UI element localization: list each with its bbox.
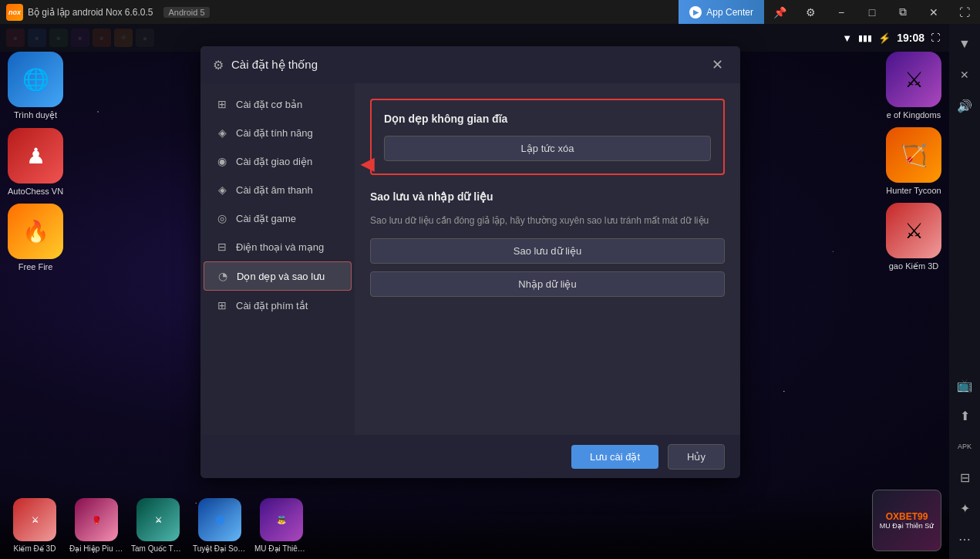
app-sword-label: gao Kiếm 3D xyxy=(889,261,938,271)
bottom-app-4[interactable]: 🌀 Tuyệt Đại Song Tu xyxy=(193,498,247,553)
nav-interface-icon: ◉ xyxy=(216,155,228,167)
bottom-app-5[interactable]: 👼 MU Đại Thiên Sứ H5 xyxy=(254,498,308,553)
sidebar-icon-apk[interactable]: APK xyxy=(951,433,978,460)
app-chess[interactable]: ♟ AutoChess VN xyxy=(8,128,63,196)
close-button[interactable]: ✕ xyxy=(918,0,949,24)
nav-feature-label: Cài đặt tính năng xyxy=(236,127,313,139)
android-badge: Android 5 xyxy=(163,7,209,18)
import-btn[interactable]: Nhập dữ liệu xyxy=(370,271,725,297)
bottom-app-icon-4: 🌀 xyxy=(198,498,241,541)
backup-desc: Sao lưu dữ liệu cần đóng giả lập, hãy th… xyxy=(370,214,725,227)
fullscreen-icon: ⛶ xyxy=(931,32,940,43)
bottom-app-label-2: Đại Hiệp Piu Piu Piu xyxy=(69,544,123,553)
sidebar-icon-wifi[interactable]: ▼ xyxy=(951,30,978,58)
nav-shortcut-icon: ⊞ xyxy=(216,299,228,311)
titlebar: nox Bộ giả lập android Nox 6.6.0.5 Andro… xyxy=(0,0,980,24)
app-kingdoms-label: e of Kingdoms xyxy=(887,110,941,120)
app-hunter[interactable]: 🏹 Hunter Tycoon xyxy=(886,127,941,195)
dialog-nav: ⊞ Cài đặt cơ bản ◈ Cài đặt tính năng ◉ C… xyxy=(200,83,355,435)
save-button[interactable]: Lưu cài đặt xyxy=(571,445,658,469)
sidebar-icon-close[interactable]: ✕ xyxy=(951,61,978,89)
sidebar-icon-volume[interactable]: 🔊 xyxy=(951,92,978,120)
cancel-button[interactable]: Hủy xyxy=(668,444,725,470)
float-banner[interactable]: OXBET99 MU Đại Thiên Sứ xyxy=(872,490,941,551)
sidebar-icon-more[interactable]: ⋯ xyxy=(951,525,978,553)
dialog-close-button[interactable]: ✕ xyxy=(706,54,728,76)
backup-title: Sao lưu và nhập dữ liệu xyxy=(370,190,725,203)
app-freefire[interactable]: 🔥 Free Fire xyxy=(8,204,63,271)
settings-icon: ⚙ xyxy=(213,58,224,72)
maximize-button[interactable]: □ xyxy=(857,0,887,24)
backup-btn[interactable]: Sao lưu dữ liệu xyxy=(370,238,725,264)
bottom-app-label-4: Tuyệt Đại Song Tu xyxy=(193,544,247,553)
nav-phone-icon: ⊟ xyxy=(216,241,228,253)
nav-game-label: Cài đặt game xyxy=(236,213,296,224)
clock: 19:08 xyxy=(897,32,924,44)
app-freefire-icon: 🔥 xyxy=(8,204,63,259)
bottom-app-1[interactable]: ⚔ Kiếm Đế 3D xyxy=(8,498,62,553)
appcenter-button[interactable]: ▶ App Center xyxy=(679,0,764,24)
app-sword-icon: ⚔ xyxy=(886,203,941,258)
app-chess-label: AutoChess VN xyxy=(8,187,63,196)
settings-dialog: ⚙ Cài đặt hệ thống ✕ ⊞ Cài đặt cơ bản ◈ … xyxy=(200,46,740,478)
app-freefire-label: Free Fire xyxy=(19,262,53,271)
nav-item-cleanup[interactable]: ◔ Dọn dẹp và sao lưu xyxy=(204,261,352,291)
nav-item-feature[interactable]: ◈ Cài đặt tính năng xyxy=(204,119,352,146)
sidebar-icon-screen[interactable]: 📺 xyxy=(951,371,978,399)
bottom-app-label-5: MU Đại Thiên Sứ H5 xyxy=(254,544,308,553)
appcenter-icon: ▶ xyxy=(689,6,702,19)
nav-item-audio[interactable]: ◈ Cài đặt âm thanh xyxy=(204,176,352,204)
bottom-app-3[interactable]: ⚔ Tam Quốc Tốc Chiến xyxy=(131,498,185,553)
backup-section: Sao lưu và nhập dữ liệu Sao lưu dữ liệu … xyxy=(370,190,725,297)
right-apps-container: ⚔ e of Kingdoms 🏹 Hunter Tycoon ⚔ gao Ki… xyxy=(886,52,941,271)
nav-item-game[interactable]: ◎ Cài đặt game xyxy=(204,204,352,232)
bottom-app-label-3: Tam Quốc Tốc Chiến xyxy=(131,544,185,553)
app-hunter-label: Hunter Tycoon xyxy=(886,186,941,195)
fullscreen-button[interactable]: ⛶ xyxy=(949,0,980,24)
app-kingdoms-icon: ⚔ xyxy=(886,52,941,107)
sidebar-icon-crosshair[interactable]: ✦ xyxy=(951,494,978,522)
restore-button[interactable]: ⧉ xyxy=(887,0,918,24)
bottom-app-label-1: Kiếm Đế 3D xyxy=(14,544,56,553)
app-title: Bộ giả lập android Nox 6.6.0.5 xyxy=(28,7,153,18)
nav-shortcut-label: Cài đặt phím tắt xyxy=(236,300,308,311)
bottom-app-2[interactable]: 🥊 Đại Hiệp Piu Piu Piu xyxy=(69,498,123,553)
pin-button[interactable]: 📌 xyxy=(764,0,795,24)
minimize-button[interactable]: − xyxy=(826,0,857,24)
app-sword[interactable]: ⚔ gao Kiếm 3D xyxy=(886,203,941,271)
wifi-icon: ▼ xyxy=(842,32,852,44)
nav-feature-icon: ◈ xyxy=(216,126,228,139)
settings-button[interactable]: ⚙ xyxy=(795,0,826,24)
nav-cleanup-icon: ◔ xyxy=(217,270,229,282)
sidebar-icon-upload[interactable]: ⬆ xyxy=(951,402,978,429)
right-sidebar: ▼ ✕ 🔊 📺 ⬆ APK ⊟ ✦ ⋯ xyxy=(949,24,980,559)
app-logo: nox Bộ giả lập android Nox 6.6.0.5 Andro… xyxy=(0,4,216,21)
dialog-header: ⚙ Cài đặt hệ thống ✕ xyxy=(200,46,740,83)
signal-strength: ▮▮▮ xyxy=(858,33,872,43)
nav-phone-label: Điện thoại và mạng xyxy=(236,241,324,253)
arrow-indicator: ◀ xyxy=(361,154,374,174)
battery-icon: ⚡ xyxy=(878,32,891,44)
nav-basic-label: Cài đặt cơ bản xyxy=(236,99,302,110)
nav-interface-label: Cài đặt giao diện xyxy=(236,156,312,167)
nav-audio-icon: ◈ xyxy=(216,184,228,196)
cleanup-btn[interactable]: Lập tức xóa xyxy=(384,136,711,161)
dialog-footer: Lưu cài đặt Hủy xyxy=(200,435,740,478)
bottom-app-icon-2: 🥊 xyxy=(75,498,118,541)
nav-item-phone[interactable]: ⊟ Điện thoại và mạng xyxy=(204,233,352,261)
nav-game-icon: ◎ xyxy=(216,212,228,224)
app-kingdoms[interactable]: ⚔ e of Kingdoms xyxy=(886,52,941,120)
left-apps-container: 🌐 Trình duyệt ♟ AutoChess VN 🔥 Free Fire xyxy=(8,52,63,271)
nav-item-basic[interactable]: ⊞ Cài đặt cơ bản xyxy=(204,90,352,118)
dialog-body: ⊞ Cài đặt cơ bản ◈ Cài đặt tính năng ◉ C… xyxy=(200,83,740,435)
nav-item-interface[interactable]: ◉ Cài đặt giao diện xyxy=(204,147,352,175)
app-browser-icon: 🌐 xyxy=(8,52,63,107)
nav-cleanup-label: Dọn dẹp và sao lưu xyxy=(237,271,325,282)
nav-item-shortcut[interactable]: ⊞ Cài đặt phím tắt xyxy=(204,291,352,319)
app-browser[interactable]: 🌐 Trình duyệt xyxy=(8,52,63,120)
sidebar-icon-share[interactable]: ⊟ xyxy=(951,463,978,491)
app-chess-icon: ♟ xyxy=(8,128,63,184)
nav-basic-icon: ⊞ xyxy=(216,98,228,110)
dialog-title: Cài đặt hệ thống xyxy=(231,58,318,72)
bottom-app-icon-5: 👼 xyxy=(260,498,303,541)
